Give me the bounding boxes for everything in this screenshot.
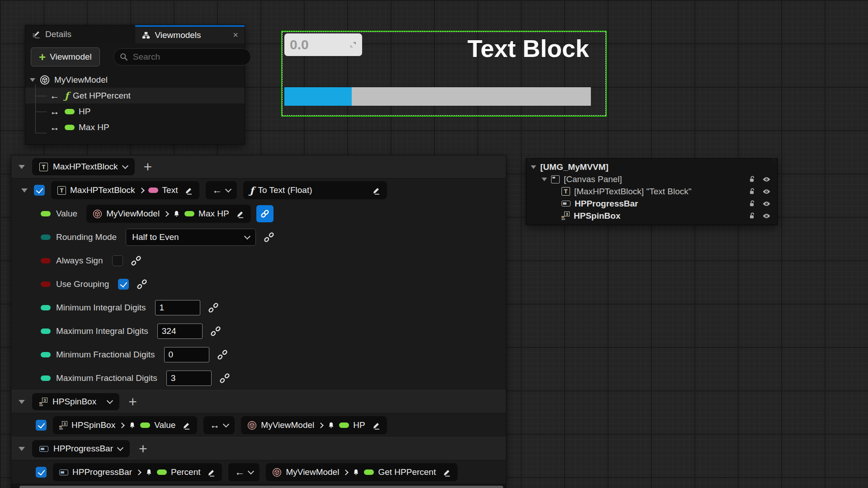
- widget-selector-button[interactable]: HPProgressBar: [32, 440, 130, 457]
- binding-direction-button[interactable]: ↔: [203, 416, 235, 434]
- section-header-hpspinbox: 3 HPSpinBox +: [11, 390, 506, 413]
- unlink-icon[interactable]: [137, 279, 147, 289]
- min-fractional-digits-input[interactable]: [164, 347, 209, 362]
- eye-icon[interactable]: [762, 201, 771, 207]
- max-fractional-digits-input[interactable]: [166, 371, 212, 386]
- viewmodel-cube-icon: [93, 209, 102, 219]
- source-viewmodel: MyViewModel: [261, 420, 314, 430]
- search-input[interactable]: [132, 52, 245, 62]
- edit-pencil-icon[interactable]: [207, 468, 216, 477]
- float-property-icon: [339, 422, 349, 428]
- param-label: Rounding Mode: [56, 232, 117, 242]
- add-viewmodel-button[interactable]: + Viewmodel: [31, 47, 100, 66]
- hp-spinbox-widget[interactable]: 0.0: [284, 33, 362, 56]
- rounding-mode-dropdown[interactable]: Half to Even: [126, 229, 256, 246]
- tree-item-label: Get HPPercent: [73, 91, 131, 101]
- int-property-icon: [41, 352, 51, 357]
- unlink-icon[interactable]: [131, 256, 141, 266]
- unlock-icon[interactable]: [749, 200, 756, 207]
- binding-direction-button[interactable]: ←: [206, 181, 237, 199]
- max-integral-digits-input[interactable]: [157, 324, 203, 339]
- horizontal-scrollbar[interactable]: [11, 484, 506, 488]
- eye-icon[interactable]: [762, 213, 771, 219]
- edit-pencil-icon[interactable]: [372, 421, 381, 430]
- progress-fill: [284, 87, 352, 106]
- param-row-max-fractional-digits: Maximum Fractional Digits: [11, 366, 506, 390]
- progressbar-icon: [561, 201, 571, 206]
- binding-enabled-checkbox[interactable]: [34, 185, 45, 196]
- conversion-function-button[interactable]: ƒ To Text (Float): [243, 181, 387, 199]
- chevron-down-icon: [248, 468, 254, 474]
- binding-source-button[interactable]: MyViewModel Max HP: [86, 205, 251, 223]
- collapse-triangle-icon[interactable]: [531, 165, 536, 169]
- notify-bell-icon: [327, 422, 335, 429]
- param-label: Minimum Integral Digits: [56, 303, 146, 313]
- collapse-triangle-icon[interactable]: [19, 165, 25, 169]
- tree-item-get-hppercent[interactable]: ← ƒ Get HPPercent: [25, 88, 245, 103]
- spinbox-icon: 3: [39, 398, 47, 406]
- chevron-down-icon: [107, 398, 113, 404]
- viewmodels-panel: Details Viewmodels × + Viewmodel: [25, 25, 245, 145]
- tab-details[interactable]: Details: [25, 25, 135, 43]
- add-binding-button[interactable]: +: [128, 396, 137, 408]
- collapse-triangle-icon[interactable]: [30, 78, 35, 82]
- add-binding-button[interactable]: +: [139, 443, 147, 455]
- edit-pencil-icon[interactable]: [236, 210, 245, 218]
- collapse-triangle-icon[interactable]: [19, 447, 25, 451]
- one-way-arrow-icon: ←: [49, 90, 61, 101]
- check-icon: [36, 186, 43, 193]
- tree-item-label: Max HP: [79, 122, 109, 132]
- hierarchy-row-canvas-panel[interactable]: [Canvas Panel]: [526, 173, 777, 185]
- edit-pencil-icon[interactable]: [182, 421, 191, 430]
- unlink-icon[interactable]: [217, 350, 227, 360]
- unlink-icon[interactable]: [211, 326, 221, 336]
- hierarchy-row-maxhptextblock[interactable]: T [MaxHPTextBlock] "Text Block": [526, 185, 777, 197]
- binding-target-button[interactable]: T MaxHPTextBlock Text: [51, 181, 199, 199]
- tree-item-max-hp[interactable]: ↔ Max HP: [25, 119, 245, 135]
- binding-source-button[interactable]: MyViewModel HP: [241, 416, 387, 434]
- linked-button[interactable]: [256, 205, 274, 222]
- hierarchy-label: HPProgressBar: [575, 199, 638, 209]
- widget-selector-button[interactable]: 3 HPSpinBox: [32, 393, 119, 410]
- unlock-icon[interactable]: [749, 188, 756, 195]
- text-block-widget[interactable]: Text Block: [467, 34, 589, 62]
- tree-item-myviewmodel[interactable]: MyViewModel: [25, 72, 245, 88]
- int-property-icon: [41, 305, 51, 310]
- canvas-panel-icon: [551, 175, 560, 183]
- min-integral-digits-input[interactable]: [155, 300, 200, 315]
- tree-item-hp[interactable]: ↔ HP: [25, 103, 245, 119]
- collapse-triangle-icon[interactable]: [21, 188, 28, 192]
- scrollbar-thumb[interactable]: [19, 486, 503, 488]
- binding-enabled-checkbox[interactable]: [36, 420, 47, 431]
- use-grouping-checkbox[interactable]: [118, 279, 129, 290]
- collapse-triangle-icon[interactable]: [19, 400, 25, 404]
- close-icon[interactable]: ×: [233, 30, 238, 40]
- unlock-icon[interactable]: [749, 212, 756, 220]
- widget-selector-button[interactable]: T MaxHPTextBlock: [32, 158, 135, 175]
- tab-viewmodels[interactable]: Viewmodels ×: [135, 25, 245, 43]
- binding-target-button[interactable]: 3 HPSpinBox Value: [53, 416, 197, 434]
- edit-pencil-icon[interactable]: [184, 186, 193, 195]
- hp-progressbar-widget[interactable]: [284, 87, 591, 106]
- unlink-icon[interactable]: [264, 232, 274, 242]
- unlink-icon[interactable]: [208, 303, 218, 313]
- binding-direction-button[interactable]: ←: [228, 463, 259, 481]
- widget-preview-selection[interactable]: 0.0 Text Block: [281, 31, 607, 117]
- edit-pencil-icon[interactable]: [443, 468, 451, 477]
- text-property-icon: [148, 188, 158, 193]
- binding-target-button[interactable]: HPProgressBar Percent: [53, 463, 222, 481]
- edit-pencil-icon[interactable]: [372, 186, 381, 195]
- binding-source-button[interactable]: MyViewModel Get HPPercent: [266, 463, 458, 481]
- unlink-icon[interactable]: [220, 373, 230, 383]
- eye-icon[interactable]: [762, 188, 771, 195]
- binding-enabled-checkbox[interactable]: [36, 467, 47, 478]
- hierarchy-row-hpprogressbar[interactable]: HPProgressBar: [526, 197, 777, 210]
- hierarchy-row-hpspinbox[interactable]: 3 HPSpinBox: [526, 210, 777, 222]
- collapse-triangle-icon[interactable]: [542, 178, 547, 181]
- bool-property-icon: [41, 282, 51, 287]
- eye-icon[interactable]: [762, 176, 771, 183]
- unlock-icon[interactable]: [749, 175, 756, 183]
- always-sign-checkbox[interactable]: [112, 255, 123, 266]
- add-binding-button[interactable]: +: [144, 161, 152, 173]
- hierarchy-row-root[interactable]: [UMG_MyMVVM]: [526, 161, 777, 173]
